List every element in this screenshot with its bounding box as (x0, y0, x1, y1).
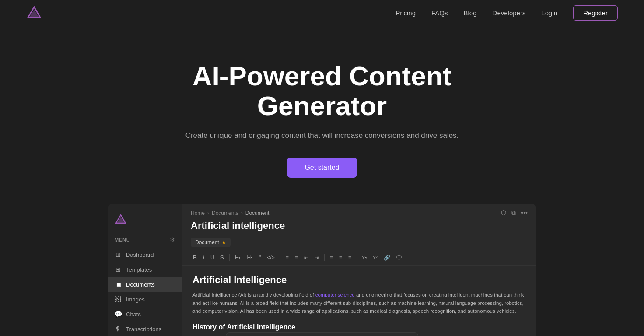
nav-pricing[interactable]: Pricing (396, 9, 416, 17)
sidebar-item-dashboard[interactable]: ⊞ Dashboard (108, 247, 182, 262)
toolbar-align-right[interactable]: ≡ (346, 253, 354, 262)
register-button[interactable]: Register (573, 5, 618, 21)
toolbar-strikethrough[interactable]: S (218, 253, 226, 262)
toolbar-list-ordered[interactable]: ≡ (284, 253, 291, 262)
content-h2: History of Artificial Intelligence (192, 323, 526, 331)
toolbar-link[interactable]: 🔗 (382, 253, 392, 262)
sidebar-menu-header: MENU ⚙ (108, 234, 182, 247)
doc-tab-row: Document ★ (182, 236, 536, 250)
logo (26, 5, 42, 21)
breadcrumb-document: Document (245, 210, 270, 216)
sidebar-item-label: Documents (126, 281, 155, 288)
toolbar-list-unordered[interactable]: ≡ (293, 253, 300, 262)
sidebar-menu-label: MENU (115, 237, 130, 242)
hero-section: AI-Powered Content Generator Create uniq… (0, 26, 644, 195)
documents-icon: ▣ (115, 281, 122, 288)
doc-title-row: Artificial intelligence (182, 217, 536, 236)
sidebar-item-label: Dashboard (126, 252, 154, 258)
breadcrumb: Home › Documents › Document (191, 210, 269, 216)
sidebar-logo (108, 211, 182, 234)
dashboard-icon: ⊞ (115, 251, 122, 258)
sidebar-item-templates[interactable]: ⊞ Templates (108, 262, 182, 277)
doc-title: Artificial intelligence (191, 220, 285, 231)
nav-login[interactable]: Login (541, 9, 557, 17)
doc-toolbar: B I U S H₁ H₂ " </> ≡ ≡ ⇤ ⇥ ≡ ≡ ≡ x₂ (182, 250, 536, 266)
sidebar-item-documents[interactable]: ▣ Documents (108, 277, 182, 292)
doc-title-icons: ⬡ ⧉ ••• (501, 209, 528, 217)
nav-faqs[interactable]: FAQs (431, 9, 448, 17)
toolbar-sep-1 (229, 254, 230, 261)
doc-tab-label: Document (195, 239, 219, 245)
toolbar-sep-2 (280, 254, 280, 261)
copy-icon[interactable]: ⧉ (511, 209, 516, 217)
toolbar-indent[interactable]: ⇥ (312, 253, 321, 262)
toolbar-subscript[interactable]: x₂ (360, 253, 369, 262)
chats-icon: 💬 (115, 311, 122, 318)
sidebar-item-transcriptions[interactable]: 🎙 Transcriptions (108, 322, 182, 336)
toolbar-h1[interactable]: H₁ (233, 253, 243, 262)
toolbar-clear[interactable]: Ⓣ (394, 252, 404, 262)
sidebar-item-label: Transcriptions (126, 326, 161, 332)
cookie-banner: By using this website, you agree to our … (226, 332, 418, 336)
toolbar-sep-4 (357, 254, 357, 261)
more-icon[interactable]: ••• (521, 209, 528, 217)
navbar: Pricing FAQs Blog Developers Login Regis… (0, 0, 644, 26)
doc-content: Artificial Intelligence Artificial Intel… (182, 266, 536, 336)
doc-tab[interactable]: Document ★ (191, 238, 231, 247)
sidebar-settings-icon[interactable]: ⚙ (170, 236, 175, 243)
nav-links: Pricing FAQs Blog Developers Login Regis… (396, 5, 618, 21)
content-link[interactable]: computer science (315, 292, 355, 298)
hero-title: AI-Powered Content Generator (125, 61, 519, 121)
transcriptions-icon: 🎙 (115, 326, 122, 332)
star-icon: ★ (221, 239, 226, 245)
toolbar-superscript[interactable]: x² (371, 253, 380, 262)
breadcrumb-documents[interactable]: Documents (212, 210, 238, 216)
content-body: Artificial Intelligence (AI) is a rapidl… (192, 291, 526, 315)
sidebar: MENU ⚙ ⊞ Dashboard ⊞ Templates ▣ Documen… (108, 204, 182, 336)
toolbar-align-center[interactable]: ≡ (337, 253, 344, 262)
toolbar-align-left[interactable]: ≡ (328, 253, 335, 262)
content-title: Artificial Intelligence (192, 274, 526, 286)
breadcrumb-home[interactable]: Home (191, 210, 205, 216)
preview-wrapper: MENU ⚙ ⊞ Dashboard ⊞ Templates ▣ Documen… (108, 204, 536, 336)
export-icon[interactable]: ⬡ (501, 209, 506, 217)
sidebar-item-images[interactable]: 🖼 Images (108, 292, 182, 307)
toolbar-outdent[interactable]: ⇤ (302, 253, 311, 262)
nav-blog[interactable]: Blog (464, 9, 477, 17)
hero-subtitle: Create unique and engaging content that … (186, 131, 459, 140)
templates-icon: ⊞ (115, 266, 122, 273)
nav-developers[interactable]: Developers (493, 9, 526, 17)
document-area: Home › Documents › Document ⬡ ⧉ ••• Arti… (182, 204, 536, 336)
sidebar-item-chats[interactable]: 💬 Chats (108, 307, 182, 322)
toolbar-quote[interactable]: " (257, 253, 263, 262)
toolbar-underline[interactable]: U (208, 253, 217, 262)
sidebar-item-label: Images (126, 296, 145, 303)
sidebar-item-label: Templates (126, 266, 152, 273)
app-preview: MENU ⚙ ⊞ Dashboard ⊞ Templates ▣ Documen… (0, 195, 644, 336)
sidebar-item-label: Chats (126, 311, 141, 318)
toolbar-h2[interactable]: H₂ (245, 253, 255, 262)
toolbar-italic[interactable]: I (201, 253, 206, 262)
images-icon: 🖼 (115, 296, 122, 303)
doc-topbar: Home › Documents › Document ⬡ ⧉ ••• (182, 204, 536, 217)
toolbar-code[interactable]: </> (265, 253, 276, 262)
get-started-button[interactable]: Get started (287, 158, 357, 178)
toolbar-bold[interactable]: B (191, 253, 199, 262)
toolbar-sep-3 (324, 254, 325, 261)
